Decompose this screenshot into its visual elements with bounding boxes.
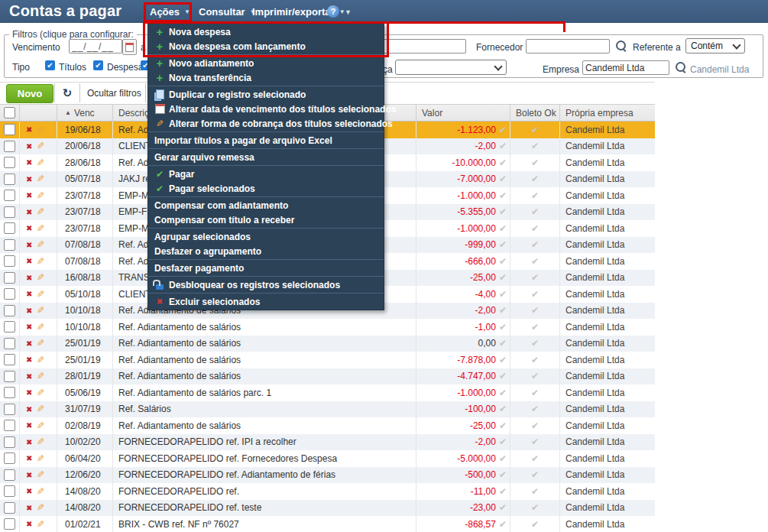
refresh-button[interactable]: ↻ xyxy=(58,84,76,102)
row-checkbox[interactable] xyxy=(4,272,15,284)
boleto-ok-header[interactable]: Boleto Ok xyxy=(510,105,560,121)
row-checkbox[interactable] xyxy=(4,222,15,234)
ocultar-filtros-button[interactable]: Ocultar filtros xyxy=(83,84,146,102)
row-checkbox[interactable] xyxy=(4,239,15,251)
row-checkbox[interactable] xyxy=(4,371,15,382)
delete-icon[interactable]: ✖ xyxy=(26,142,32,151)
menu-item[interactable]: Alterar data de vencimento dos títulos s… xyxy=(148,102,384,116)
delete-icon[interactable]: ✖ xyxy=(26,208,32,216)
edit-icon[interactable]: ✎ xyxy=(37,371,44,381)
search-icon[interactable] xyxy=(616,41,626,50)
row-checkbox[interactable] xyxy=(4,321,15,332)
edit-icon[interactable]: ✎ xyxy=(37,289,44,300)
edit-icon[interactable]: ✎ xyxy=(37,141,44,151)
edit-icon[interactable]: ✎ xyxy=(37,174,44,184)
empresa-input[interactable] xyxy=(582,60,669,75)
delete-icon[interactable]: ✖ xyxy=(26,158,32,167)
row-checkbox[interactable] xyxy=(4,305,15,316)
propria-empresa-header[interactable]: Própria empresa xyxy=(560,105,655,121)
delete-icon[interactable]: ✖ xyxy=(26,125,32,134)
menu-item[interactable]: +Novo adiantamento xyxy=(148,56,384,70)
filters-legend[interactable]: Filtros (clique para configurar: xyxy=(9,29,137,40)
table-row[interactable]: ✖✎05/06/19Ref. Adiantamento de salários … xyxy=(0,384,655,401)
calendar-button[interactable] xyxy=(122,39,137,55)
row-checkbox[interactable] xyxy=(4,338,15,349)
edit-icon[interactable]: ✎ xyxy=(37,239,44,250)
row-checkbox[interactable] xyxy=(4,453,15,464)
edit-icon[interactable]: ✎ xyxy=(37,206,44,217)
table-row[interactable]: ✖✎25/01/19Ref. Adiantamento de salários0… xyxy=(0,336,655,352)
row-checkbox[interactable] xyxy=(4,255,15,267)
delete-icon[interactable]: ✖ xyxy=(26,471,32,479)
novo-button[interactable]: Novo xyxy=(6,84,53,103)
search-icon[interactable] xyxy=(676,62,685,72)
delete-icon[interactable]: ✖ xyxy=(26,224,32,232)
edit-icon[interactable]: ✎ xyxy=(37,125,44,135)
delete-icon[interactable]: ✖ xyxy=(26,504,32,512)
menu-item[interactable]: ✔Pagar xyxy=(148,167,384,181)
table-row[interactable]: ✖✎02/08/19Ref. Adiantamento de salários-… xyxy=(0,417,655,434)
table-row[interactable]: ✖✎06/04/20FORNECEDORAPELIDO ref. Fornece… xyxy=(0,450,655,467)
row-checkbox[interactable] xyxy=(4,141,15,152)
cobranca-select[interactable] xyxy=(395,60,507,75)
row-checkbox[interactable] xyxy=(4,485,15,497)
row-checkbox[interactable] xyxy=(4,387,15,398)
menu-item[interactable]: Desfazer o agrupamento xyxy=(148,244,384,258)
delete-icon[interactable]: ✖ xyxy=(26,307,32,315)
edit-icon[interactable]: ✎ xyxy=(37,223,44,234)
delete-icon[interactable]: ✖ xyxy=(26,372,32,381)
table-row[interactable]: ✖✎12/06/20FORNECEDORAPELIDO ref. Adianta… xyxy=(0,467,655,484)
row-checkbox[interactable] xyxy=(4,436,15,448)
delete-icon[interactable]: ✖ xyxy=(26,405,32,414)
despesas-checkbox[interactable]: ✔ xyxy=(93,60,103,70)
menu-item[interactable]: ✖Excluir selecionados xyxy=(148,294,384,309)
row-checkbox[interactable] xyxy=(4,206,15,218)
edit-icon[interactable]: ✎ xyxy=(37,453,44,464)
row-checkbox[interactable] xyxy=(4,404,15,415)
delete-icon[interactable]: ✖ xyxy=(26,454,32,462)
venc-header[interactable]: ▲ Venc xyxy=(57,105,113,121)
edit-icon[interactable]: ✎ xyxy=(37,404,44,414)
edit-icon[interactable]: ✎ xyxy=(37,190,44,201)
delete-icon[interactable]: ✖ xyxy=(26,438,32,446)
row-checkbox[interactable] xyxy=(4,502,15,514)
edit-icon[interactable]: ✎ xyxy=(37,436,44,447)
chevron-down-icon[interactable]: ▼ xyxy=(345,8,352,16)
select-all-checkbox[interactable] xyxy=(4,107,15,118)
menu-item[interactable]: ✎Alterar forma de cobrança dos títulos s… xyxy=(148,116,384,131)
vencimento-from-input[interactable] xyxy=(69,39,122,54)
delete-icon[interactable]: ✖ xyxy=(26,355,32,364)
menu-item[interactable]: +Nova despesa xyxy=(148,24,384,39)
valor-header[interactable]: Valor xyxy=(416,105,510,121)
menu-item[interactable]: Compensar com título a receber xyxy=(148,212,384,227)
edit-icon[interactable]: ✎ xyxy=(37,338,44,349)
menu-item[interactable]: Duplicar o registro selecionado xyxy=(148,87,384,102)
menu-item[interactable]: Gerar arquivo remessa xyxy=(148,150,384,164)
menu-item[interactable]: Importar títulos a pagar de arquivo Exce… xyxy=(148,133,384,148)
row-checkbox[interactable] xyxy=(4,190,15,201)
row-checkbox[interactable] xyxy=(4,354,15,365)
edit-icon[interactable]: ✎ xyxy=(37,469,44,480)
edit-icon[interactable]: ✎ xyxy=(37,157,44,168)
menu-acoes[interactable]: Ações ▼ xyxy=(144,0,196,23)
edit-icon[interactable]: ✎ xyxy=(37,388,44,398)
delete-icon[interactable]: ✖ xyxy=(26,241,32,249)
table-row[interactable]: ✖✎28/01/19Ref. Adiantamento de salários-… xyxy=(0,368,655,385)
delete-icon[interactable]: ✖ xyxy=(26,323,32,331)
delete-icon[interactable]: ✖ xyxy=(26,175,32,183)
table-row[interactable]: ✖✎10/10/18Ref. Adiantamento de salários-… xyxy=(0,319,655,336)
edit-icon[interactable]: ✎ xyxy=(37,305,44,316)
row-checkbox[interactable] xyxy=(4,469,15,481)
row-checkbox[interactable] xyxy=(4,518,15,530)
edit-icon[interactable]: ✎ xyxy=(37,272,44,283)
row-checkbox[interactable] xyxy=(4,157,15,168)
menu-item[interactable]: Agrupar selecionados xyxy=(148,229,384,244)
row-checkbox[interactable] xyxy=(4,174,15,185)
delete-icon[interactable]: ✖ xyxy=(26,274,32,282)
edit-icon[interactable]: ✎ xyxy=(37,256,44,267)
edit-icon[interactable]: ✎ xyxy=(37,420,44,431)
table-row[interactable]: ✖✎14/08/20FORNECEDORAPELIDO ref.-11,00✔✔… xyxy=(0,483,655,500)
table-row[interactable]: ✖✎14/08/20FORNECEDORAPELIDO ref. teste-2… xyxy=(0,500,655,517)
table-row[interactable]: ✖✎31/07/19Ref. Salários-100,00✔✔Candemil… xyxy=(0,401,655,418)
menu-item[interactable]: +Nova despesa com lançamento xyxy=(148,39,384,54)
